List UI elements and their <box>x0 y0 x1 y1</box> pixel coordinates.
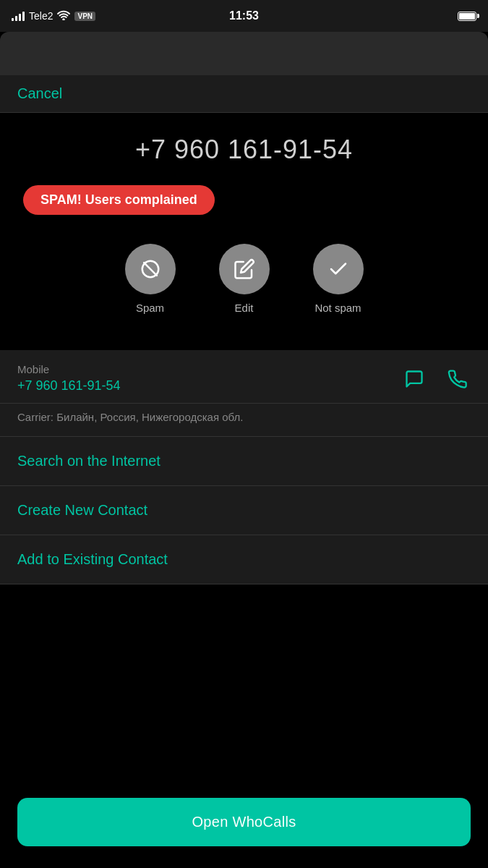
pencil-icon <box>234 258 255 280</box>
add-existing-item[interactable]: Add to Existing Contact <box>0 535 488 584</box>
mobile-label: Mobile <box>17 363 121 375</box>
phone-number-display: +7 960 161-91-54 <box>17 135 471 165</box>
carrier-name: Tele2 <box>29 10 53 22</box>
cancel-bar: Cancel <box>0 75 488 113</box>
edit-action[interactable]: Edit <box>219 244 270 314</box>
spam-badge: SPAM! Users complained <box>23 185 215 215</box>
status-bar: Tele2 VPN 11:53 <box>0 0 488 32</box>
status-right <box>458 12 476 21</box>
not-spam-circle <box>313 244 364 294</box>
status-time: 11:53 <box>229 9 259 22</box>
spam-label: Spam <box>136 302 164 314</box>
vpn-badge: VPN <box>74 12 95 21</box>
phone-icon <box>448 369 468 389</box>
svg-point-0 <box>64 19 65 20</box>
phone-info-left: Mobile +7 960 161-91-54 <box>17 363 121 393</box>
phone-number-link[interactable]: +7 960 161-91-54 <box>17 378 121 393</box>
ban-icon <box>140 258 161 280</box>
phone-info-section: Mobile +7 960 161-91-54 <box>0 350 488 404</box>
signal-icon <box>12 11 25 21</box>
phone-info-right <box>401 363 471 394</box>
svg-line-2 <box>144 263 157 276</box>
open-btn-section: Open WhoCalls <box>17 798 471 846</box>
action-buttons: Spam Edit Not spam <box>17 244 471 314</box>
spam-circle <box>125 244 176 294</box>
modal-handle-area <box>0 32 488 75</box>
create-contact-label: Create New Contact <box>17 502 147 518</box>
check-icon <box>328 258 349 280</box>
search-internet-item[interactable]: Search on the Internet <box>0 437 488 486</box>
carrier-info: Carrier: Билайн, Россия, Нижегородская о… <box>0 404 488 437</box>
edit-circle <box>219 244 270 294</box>
message-icon <box>404 369 424 389</box>
battery-icon <box>458 12 476 21</box>
not-spam-label: Not spam <box>314 302 361 314</box>
status-left: Tele2 VPN <box>12 10 95 22</box>
cancel-button[interactable]: Cancel <box>17 85 62 102</box>
call-button[interactable] <box>445 366 471 394</box>
message-button[interactable] <box>401 366 427 394</box>
main-section: +7 960 161-91-54 SPAM! Users complained … <box>0 113 488 350</box>
create-contact-item[interactable]: Create New Contact <box>0 486 488 535</box>
open-whocalls-button[interactable]: Open WhoCalls <box>17 798 471 846</box>
spam-action[interactable]: Spam <box>125 244 176 314</box>
edit-label: Edit <box>235 302 254 314</box>
wifi-icon <box>57 10 70 22</box>
add-existing-label: Add to Existing Contact <box>17 551 168 567</box>
bottom-panel: Mobile +7 960 161-91-54 Carrier: Билайн,… <box>0 350 488 584</box>
search-internet-label: Search on the Internet <box>17 453 160 469</box>
not-spam-action[interactable]: Not spam <box>313 244 364 314</box>
